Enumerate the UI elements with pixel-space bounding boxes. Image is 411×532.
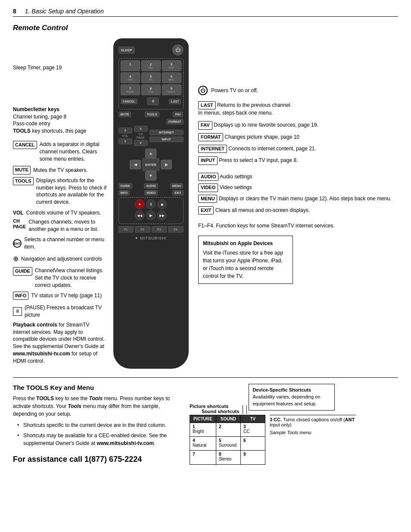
audio-key[interactable]: AUDIO xyxy=(144,183,158,189)
col-sound: SOUND 2 5 Surround 8 Stereo xyxy=(216,415,241,464)
f4-key[interactable]: F4 xyxy=(168,226,184,233)
sleep-timer-label: Sleep Timer, page 19 xyxy=(13,65,62,71)
sleep-key[interactable]: SLEEP xyxy=(118,47,135,54)
menu-badge: MENU xyxy=(198,195,217,203)
vert-divider2 xyxy=(246,405,247,414)
brand-name: ✦ MITSUBISHI xyxy=(118,236,184,240)
key-0[interactable]: 0 xyxy=(147,97,159,105)
rec-key[interactable]: ● xyxy=(135,199,144,209)
nav-down-row: ▼ xyxy=(145,171,156,180)
guide-desc: ChannelView channel listings. Set the TV… xyxy=(35,267,108,289)
mute-desc: Mutes the TV speakers. xyxy=(33,167,88,174)
annotation-vol: VOL Controls volume of TV speakers. CHPA… xyxy=(13,209,108,233)
cell-p7: 7 xyxy=(190,451,216,464)
key-7[interactable]: 7PQRS xyxy=(121,84,140,95)
cell-t6: 6 xyxy=(241,437,265,451)
enter-key[interactable]: ENTER xyxy=(142,158,159,171)
menu-key[interactable]: MENU xyxy=(170,183,184,189)
format-key[interactable]: FORMAT xyxy=(166,119,183,124)
vol-group: ∧ VOL ∨ xyxy=(118,128,132,144)
ch-page-label: CHPAGE xyxy=(13,218,26,230)
f1-key[interactable]: F1 xyxy=(118,226,134,233)
key-3[interactable]: 3DEF xyxy=(162,60,181,71)
tools-desc: Displays shortcuts for the number keys. … xyxy=(36,177,108,206)
nav-up[interactable]: ▲ xyxy=(145,149,156,158)
vol-up-key[interactable]: ∧ xyxy=(118,128,132,134)
ds-text: Availability varies, depending on equipm… xyxy=(252,394,320,406)
bottom-section: The TOOLS Key and Menu Press the TOOLS k… xyxy=(13,384,398,465)
guide-key[interactable]: GUIDE xyxy=(118,183,132,189)
input-key[interactable]: INPUT xyxy=(149,137,184,142)
annotation-internet: INTERNET Connects to internet content, p… xyxy=(198,145,398,153)
cancel-key[interactable]: CANCEL xyxy=(121,99,137,104)
cell-s5: 5 Surround xyxy=(216,437,240,451)
device-specific-block: Device-Specific Shortcuts Availability v… xyxy=(249,384,335,414)
left-annotations: Sleep Timer, page 19 Number/letter keys … xyxy=(13,38,108,369)
f3-key[interactable]: F3 xyxy=(152,226,167,233)
ch-group: ∧ CHPAGE ∨ xyxy=(134,126,148,146)
remote-body: SLEEP ⏻ 1 2ABC 3DEF 4GHI 5JKL 6MNO 7PQRS… xyxy=(113,38,189,369)
col-tv-header: TV xyxy=(241,415,265,423)
nav-desc: Navigation and adjustment controls xyxy=(21,255,102,263)
nav-left[interactable]: ◀ xyxy=(130,160,141,169)
annotation-exit: EXIT Clears all menus and on-screen disp… xyxy=(198,206,398,215)
info-key[interactable]: INFO xyxy=(118,190,130,196)
play-key[interactable]: ▶ xyxy=(146,211,156,220)
shortcuts-labels-row: Picture shortcuts Sound shortcuts Device… xyxy=(190,384,356,414)
last-key[interactable]: LAST xyxy=(169,99,181,104)
exit-key[interactable]: EXIT xyxy=(172,190,184,196)
key-9[interactable]: 9WXYZ xyxy=(162,84,181,95)
vol-label: VOL xyxy=(13,209,24,217)
annotation-pause: ⏸ (PAUSE) Freezes a broadcast TV picture xyxy=(13,304,108,319)
assistance-text: For assistance call 1(877) 675-2224 xyxy=(13,455,177,464)
key-6[interactable]: 6MNO xyxy=(162,72,181,83)
vol-down-key[interactable]: ∨ xyxy=(118,138,132,144)
nav-icon: ⊕ xyxy=(13,254,19,264)
video-badge: VIDEO xyxy=(198,184,218,192)
video-key[interactable]: VIDEO xyxy=(144,190,158,196)
internet-key[interactable]: INTERNET xyxy=(149,130,184,135)
bottom-divider xyxy=(13,377,398,378)
annotation-last: LAST Returns to the previous channel.In … xyxy=(198,101,398,117)
tools-menu-area: Picture shortcuts Sound shortcuts Device… xyxy=(190,384,356,465)
picture-shortcuts-label: Picture shortcuts Sound shortcuts xyxy=(190,404,239,414)
stop-key[interactable]: ■ xyxy=(157,199,167,209)
page-title: 1. Basic Setup and Operation xyxy=(25,8,104,15)
table-and-notes: PICTURE 1 Bright 4 Natural 7 xyxy=(190,415,356,465)
power-key[interactable]: ⏻ xyxy=(172,44,184,56)
mitsubishi-box-text: Visit the iTunes store for a free app th… xyxy=(203,249,288,280)
page-container: 8 1. Basic Setup and Operation Remote Co… xyxy=(0,0,411,473)
key-4[interactable]: 4GHI xyxy=(121,72,140,83)
fav-desc: Displays up to nine favorite sources, pa… xyxy=(214,122,318,128)
pause-key[interactable]: ⏸ xyxy=(146,199,156,209)
key-5[interactable]: 5JKL xyxy=(141,72,161,83)
guide-badge: GUIDE xyxy=(13,267,32,275)
pause-desc: (PAUSE) Freezes a broadcast TV picture xyxy=(25,304,108,319)
col-picture-header: PICTURE xyxy=(190,415,216,423)
cell-t9: 9 xyxy=(241,451,265,464)
key-8[interactable]: 8TUV xyxy=(141,84,161,95)
ch-down-key[interactable]: ∨ xyxy=(134,140,148,146)
nav-mid-row: ◀ ENTER ▶ xyxy=(130,158,172,171)
key-1[interactable]: 1 xyxy=(121,60,140,71)
nav-right[interactable]: ▶ xyxy=(161,160,172,169)
key-2[interactable]: 2ABC xyxy=(141,60,161,71)
mute-key[interactable]: MUTE xyxy=(118,112,131,117)
format-desc: Changes picture shape, page 10 xyxy=(225,134,299,140)
annotation-audio: AUDIO Audio settings xyxy=(198,173,398,181)
bottom-num-row: CANCEL 0 LAST xyxy=(121,97,181,105)
ch-up-key[interactable]: ∧ xyxy=(134,126,148,132)
remote-section: Sleep Timer, page 19 Number/letter keys … xyxy=(13,38,398,369)
rew-key[interactable]: ◀◀ xyxy=(135,211,144,220)
f2-key[interactable]: F2 xyxy=(135,226,150,233)
sample-label: Sample Tools menu xyxy=(270,430,356,435)
tools-key[interactable]: TOOLS xyxy=(145,112,159,117)
fav-key[interactable]: FAV xyxy=(173,112,183,117)
annotation-number-keys: Number/letter keys Channel tuning, page … xyxy=(13,106,108,135)
col-tv: TV 3 CC 6 9 xyxy=(241,415,265,464)
input-desc: Press to select a TV input, page 8. xyxy=(219,157,298,163)
ff-key[interactable]: ▶▶ xyxy=(157,211,167,220)
nav-down[interactable]: ▼ xyxy=(145,171,156,180)
numpad-area: 1 2ABC 3DEF 4GHI 5JKL 6MNO 7PQRS 8TUV 9W… xyxy=(118,58,184,109)
bullet-list: Shortcuts specific to the current device… xyxy=(17,421,177,447)
